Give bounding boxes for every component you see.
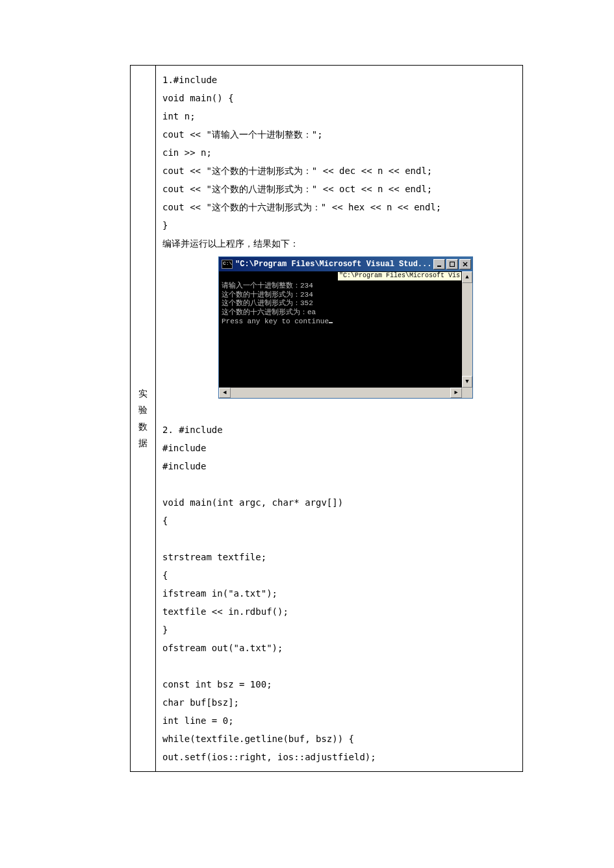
vertical-scrollbar[interactable]: ▲ ▼	[462, 271, 472, 388]
code-line: int line = 0;	[162, 712, 516, 730]
console-titlebar[interactable]: C:\ "C:\Program Files\Microsoft Visual S…	[219, 257, 472, 271]
code-line: out.setf(ios::right, ios::adjustfield);	[162, 748, 516, 766]
blank-line	[162, 530, 516, 548]
code-line: cout << "这个数的十六进制形式为：" << hex << n << en…	[162, 198, 516, 216]
code-line: {	[162, 566, 516, 584]
code-line: cout << "这个数的八进制形式为：" << oct << n << end…	[162, 180, 516, 198]
horizontal-scrollbar[interactable]: ◄ ►	[219, 388, 462, 398]
svg-rect-1	[450, 262, 455, 267]
console-output: 请输入一个十进制整数：234 这个数的十进制形式为：234 这个数的八进制形式为…	[219, 271, 462, 388]
console-line: 这个数的八进制形式为：352	[222, 299, 313, 307]
code-line: {	[162, 512, 516, 530]
resize-grip[interactable]	[462, 388, 472, 398]
scroll-down-button[interactable]: ▼	[462, 376, 472, 388]
scroll-up-button[interactable]: ▲	[462, 271, 472, 283]
console-line: Press any key to continue	[222, 317, 329, 325]
minimize-button[interactable]	[433, 259, 445, 269]
code-line: const int bsz = 100;	[162, 675, 516, 693]
console-title: "C:\Program Files\Microsoft Visual Stud.…	[235, 260, 431, 269]
content-cell: 1.#include void main() { int n; cout << …	[156, 66, 523, 772]
code-line: ofstream out("a.txt");	[162, 639, 516, 657]
code-line: char buf[bsz];	[162, 693, 516, 712]
blank-line	[162, 475, 516, 493]
code-line: cout << "这个数的十进制形式为：" << dec << n << end…	[162, 162, 516, 180]
code-line: }	[162, 216, 516, 234]
experiment-table: 实 验 数 据 1.#include void main() { int n; …	[130, 65, 523, 772]
blank-line	[162, 657, 516, 675]
code-line: strstream textfile;	[162, 548, 516, 566]
code-line: #include	[162, 457, 516, 475]
code-line: textfile << in.rdbuf();	[162, 602, 516, 621]
code-line: while(textfile.getline(buf, bsz)) {	[162, 730, 516, 748]
scroll-left-button[interactable]: ◄	[219, 388, 231, 398]
row-label: 实 验 数 据	[138, 389, 147, 448]
code-line: int n;	[162, 107, 516, 125]
code-line: }	[162, 621, 516, 639]
code-line: 编译并运行以上程序，结果如下：	[162, 234, 516, 253]
row-label-cell: 实 验 数 据	[131, 66, 156, 772]
code-line: ifstream in("a.txt");	[162, 584, 516, 602]
code-line: 1.#include	[162, 71, 516, 89]
console-line: 这个数的十六进制形式为：ea	[222, 308, 316, 316]
scroll-right-button[interactable]: ►	[450, 388, 462, 398]
code-line: cout << "请输入一个十进制整数：";	[162, 125, 516, 143]
svg-rect-0	[437, 266, 441, 267]
code-line: 2. #include	[162, 421, 516, 439]
window-controls	[432, 259, 471, 269]
console-window: C:\ "C:\Program Files\Microsoft Visual S…	[218, 256, 473, 399]
document-page: 实 验 数 据 1.#include void main() { int n; …	[0, 0, 614, 798]
console-tooltip: "C:\Program Files\Microsoft Vis	[337, 271, 462, 281]
close-button[interactable]	[459, 259, 471, 269]
maximize-button[interactable]	[446, 259, 458, 269]
blank-line	[162, 403, 516, 421]
console-app-icon: C:\	[222, 260, 233, 269]
code-line: cin >> n;	[162, 143, 516, 162]
code-line: void main(int argc, char* argv[])	[162, 493, 516, 512]
console-line: 这个数的十进制形式为：234	[222, 291, 313, 299]
code-line: void main() {	[162, 89, 516, 107]
code-line: #include	[162, 439, 516, 457]
console-line: 请输入一个十进制整数：234	[222, 282, 313, 290]
cursor-icon	[329, 322, 333, 323]
